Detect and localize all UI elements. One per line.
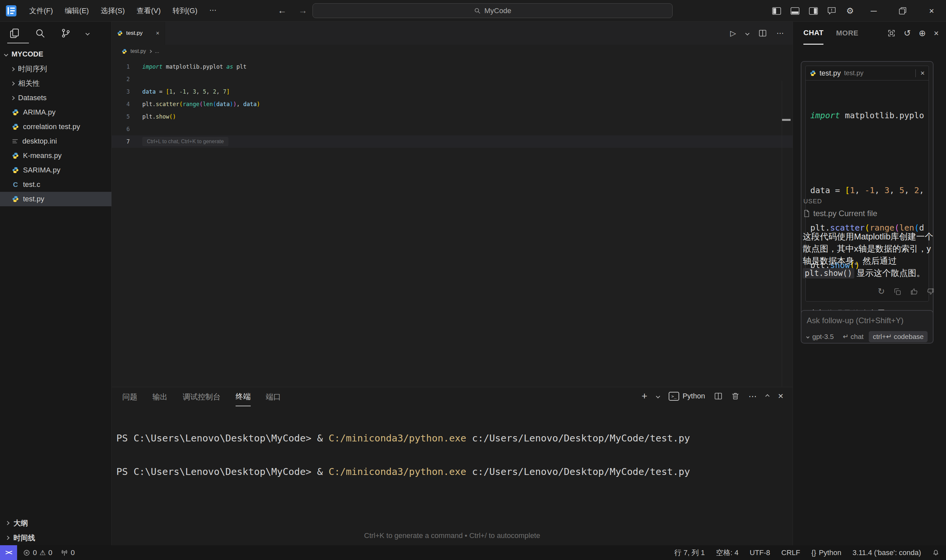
tree-item[interactable]: SARIMA.py (0, 163, 111, 177)
split-terminal-icon[interactable] (714, 392, 722, 400)
menu-view[interactable]: 查看(V) (132, 4, 166, 18)
history-icon[interactable]: ↺ (904, 28, 911, 38)
code-line[interactable]: 2 (112, 73, 793, 85)
close-chat-icon[interactable]: × (934, 28, 939, 38)
run-button[interactable]: ▷ (730, 29, 736, 38)
terminal-output[interactable]: PS C:\Users\Lenovo\Desktop\MyCode> & C:/… (112, 406, 793, 500)
menu-more[interactable]: ⋯ (204, 4, 222, 18)
tree-item-test-py[interactable]: test.py (0, 192, 111, 206)
close-tab-icon[interactable]: × (156, 30, 159, 37)
explorer-root-header[interactable]: MYCODE (0, 45, 111, 62)
history-nav: ← → (278, 6, 307, 16)
menu-selection[interactable]: 选择(S) (96, 4, 129, 18)
more-actions-icon[interactable]: ⋯ (777, 29, 784, 38)
more-actions-icon[interactable]: ⋯ (749, 391, 757, 401)
tab-terminal[interactable]: 终端 (236, 387, 251, 406)
remote-indicator[interactable]: >< (0, 545, 17, 560)
toggle-secondary-sidebar-icon[interactable] (804, 0, 823, 22)
tab-test-py[interactable]: test.py × (112, 22, 165, 45)
code-line[interactable]: 3 data = [1, -1, 3, 5, 2, 7] (112, 85, 793, 98)
code-line[interactable]: 6 (112, 123, 793, 135)
tab-chat[interactable]: CHAT (803, 22, 823, 45)
breadcrumb-item[interactable]: test.py (131, 48, 146, 54)
tree-item[interactable]: K-means.py (0, 148, 111, 163)
tree-item-folder[interactable]: 时间序列 (0, 62, 111, 76)
tree-item[interactable]: C test.c (0, 177, 111, 192)
context-file-chip[interactable]: test.py test.py × (806, 66, 929, 80)
code-line[interactable]: 5 plt.show() (112, 110, 793, 123)
code-text: plt.show() (142, 113, 176, 120)
language-mode[interactable]: {} Python (811, 549, 841, 557)
menu-file[interactable]: 文件(F) (24, 4, 58, 18)
forward-icon[interactable]: → (298, 6, 307, 16)
ports-status[interactable]: 0 (61, 549, 75, 557)
feedback-icon[interactable] (823, 0, 841, 22)
menu-goto[interactable]: 转到(G) (168, 4, 202, 18)
breadcrumb-item[interactable]: ... (155, 48, 159, 54)
code-line[interactable]: 4 plt.scatter(range(len(data)), data) (112, 98, 793, 110)
editor-actions: ▷ ⋯ (730, 22, 784, 45)
back-icon[interactable]: ← (278, 6, 287, 16)
outline-section[interactable]: 大纲 (0, 515, 111, 531)
minimize-button[interactable]: ─ (859, 0, 888, 22)
toggle-panel-icon[interactable] (786, 0, 804, 22)
tree-item-folder[interactable]: Datasets (0, 91, 111, 105)
command-center-search[interactable]: MyCode (313, 3, 673, 18)
used-file-row[interactable]: test.py Current file (803, 209, 877, 218)
menu-edit[interactable]: 编辑(E) (60, 4, 94, 18)
copy-icon[interactable] (894, 288, 901, 295)
close-panel-icon[interactable]: × (778, 391, 783, 402)
tab-ports[interactable]: 端口 (266, 387, 281, 406)
expand-icon[interactable] (887, 29, 896, 37)
search-view-icon[interactable] (35, 28, 45, 38)
cursor-position[interactable]: 行 7, 列 1 (674, 548, 705, 558)
submit-codebase-button[interactable]: ctrl+↵ codebase (869, 331, 928, 342)
tab-output[interactable]: 输出 (153, 387, 168, 406)
encoding[interactable]: UTF-8 (749, 549, 770, 557)
tab-debug-console[interactable]: 调试控制台 (183, 387, 220, 406)
split-editor-icon[interactable] (759, 29, 767, 37)
terminal-instance[interactable]: >_ Python (669, 392, 705, 401)
model-selector[interactable]: gpt-3.5 (807, 333, 834, 341)
problems-status[interactable]: 0 ⚠ 0 (23, 549, 52, 557)
source-control-icon[interactable] (60, 28, 71, 38)
toggle-sidebar-icon[interactable] (767, 0, 786, 22)
python-interpreter[interactable]: 3.11.4 ('base': conda) (852, 549, 921, 557)
kill-terminal-icon[interactable] (732, 392, 739, 400)
file-label: SARIMA.py (23, 166, 60, 174)
assistant-answer: 这段代码使用Matplotlib库创建一个散点图，其中x轴是数据的索引，y轴是数… (803, 231, 937, 280)
code-line[interactable]: 1 import matplotlib.pyplot as plt (112, 60, 793, 73)
tree-item[interactable]: desktop.ini (0, 134, 111, 148)
close-window-button[interactable]: × (917, 0, 946, 22)
remove-context-icon[interactable]: × (920, 69, 924, 77)
code-editor[interactable]: 1 import matplotlib.pyplot as plt 2 3 da… (112, 58, 793, 148)
indentation[interactable]: 空格: 4 (716, 548, 738, 558)
editor-tab-bar: test.py × ▷ ⋯ (112, 22, 793, 45)
timeline-section[interactable]: 时间线 (0, 531, 111, 545)
thumbs-up-icon[interactable] (910, 288, 918, 295)
terminal-line: PS C:\Users\Lenovo\Desktop\MyCode> & C:/… (116, 432, 793, 444)
maximize-panel-icon[interactable] (765, 394, 770, 398)
run-dropdown-icon[interactable] (745, 31, 749, 35)
new-terminal-icon[interactable]: + (642, 391, 648, 402)
regenerate-icon[interactable]: ↻ (878, 286, 885, 297)
thumbs-down-icon[interactable] (927, 288, 935, 295)
tree-item[interactable]: correlation test.py (0, 120, 111, 134)
eol-sequence[interactable]: CRLF (781, 549, 800, 557)
more-views-icon[interactable] (86, 30, 89, 36)
new-chat-icon[interactable]: ⊕ (919, 28, 926, 38)
tree-item-folder[interactable]: 相关性 (0, 76, 111, 91)
tab-more[interactable]: MORE (836, 22, 858, 45)
code-line-current[interactable]: 7 Ctrl+L to chat, Ctrl+K to generate (112, 135, 793, 148)
notifications-bell-icon[interactable] (932, 549, 940, 556)
terminal-dropdown-icon[interactable] (656, 394, 660, 398)
submit-chat-button[interactable]: ↵ chat (843, 333, 864, 341)
scrollbar-track[interactable] (782, 81, 782, 387)
explorer-icon[interactable] (9, 28, 20, 38)
followup-input[interactable]: Ask follow-up (Ctrl+Shift+Y) gpt-3.5 ↵ c… (801, 310, 934, 343)
gear-icon[interactable]: ⚙ (841, 0, 859, 22)
tree-item[interactable]: ARIMA.py (0, 105, 111, 120)
chip-file-name: test.py (820, 69, 841, 77)
restore-button[interactable] (888, 0, 917, 22)
tab-problems[interactable]: 问题 (122, 387, 137, 406)
